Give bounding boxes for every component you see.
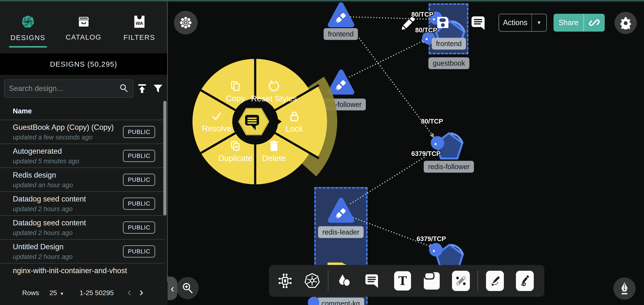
next-page-button[interactable]: ›	[140, 286, 143, 298]
check-icon	[211, 111, 222, 122]
tab-catalog[interactable]: CATALOG	[56, 3, 112, 53]
reset-icon	[268, 80, 280, 92]
tab-filters-label: FILTERS	[124, 34, 155, 42]
pen-path-tool-button[interactable]	[483, 268, 506, 294]
settings-button[interactable]	[614, 12, 637, 34]
design-list: GuestBook App (Copy) (Copy) updated a fe…	[0, 120, 168, 287]
rows-per-page-select[interactable]: 25▼	[50, 289, 64, 297]
edge-label: 80/TCP	[415, 27, 437, 34]
comment-icon	[364, 273, 380, 288]
filter-funnel-icon[interactable]	[151, 82, 165, 96]
save-floppy-icon	[436, 16, 450, 30]
caret-down-icon[interactable]: ▼	[532, 14, 546, 31]
comment-bubble-icon[interactable]	[471, 16, 486, 31]
radial-item-reset-styles[interactable]: Reset Styles	[251, 80, 297, 103]
tab-designs[interactable]: DESIGNS	[0, 3, 56, 53]
kubernetes-view-button[interactable]	[300, 268, 324, 294]
radial-item-delete[interactable]: Delete	[262, 140, 286, 163]
toolbar-divider	[477, 270, 478, 291]
zoom-in-button[interactable]	[176, 277, 199, 299]
sidebar-tabs: DESIGNS CATALOG WA	[0, 3, 167, 53]
comment-tool-button[interactable]	[360, 268, 384, 294]
copy-icon	[230, 81, 241, 92]
column-header-name: Name	[13, 107, 32, 115]
share-button[interactable]: Share	[554, 14, 605, 32]
tab-catalog-label: CATALOG	[66, 33, 101, 41]
rows-label: Rows	[22, 289, 39, 297]
edge-label: 6379/TCP	[416, 235, 446, 243]
radial-item-copy[interactable]: Copy	[226, 81, 245, 103]
kanvas-app: DESIGNS CATALOG WA	[0, 0, 644, 305]
upload-design-icon[interactable]	[135, 82, 149, 96]
prev-page-button[interactable]: ‹	[127, 286, 131, 298]
design-canvas[interactable]: frontend frontend guestbook redis-follow…	[168, 0, 644, 305]
pen-tool-button[interactable]	[613, 277, 636, 300]
radial-item-lock[interactable]: Lock	[286, 111, 303, 133]
duplicate-icon	[230, 140, 241, 152]
visibility-badge: PUBLIC	[123, 198, 155, 210]
design-mode-button[interactable]	[274, 268, 297, 294]
svg-text:WA: WA	[136, 21, 143, 26]
service-node-frontend[interactable]	[327, 1, 355, 30]
visibility-badge: PUBLIC	[123, 245, 155, 257]
visibility-badge: PUBLIC	[123, 126, 155, 138]
pencil-swirl-icon	[516, 271, 534, 291]
visibility-badge: PUBLIC	[123, 221, 155, 234]
cluster-snapshot-button[interactable]	[174, 11, 198, 35]
design-row[interactable]: Datadog seed content updated 2 hours ago…	[0, 215, 164, 239]
design-row[interactable]: Redis design updated an hour ago PUBLIC	[0, 167, 164, 191]
visibility-badge: PUBLIC	[123, 150, 155, 162]
copy-link-icon[interactable]	[584, 14, 605, 32]
toolbar-divider	[328, 270, 328, 291]
share-label: Share	[554, 14, 584, 32]
design-row[interactable]: Untitled Design updated 2 hours ago PUBL…	[0, 239, 164, 263]
tab-designs-label: DESIGNS	[10, 34, 45, 42]
search-icon	[119, 83, 128, 94]
wasm-filter-icon: WA	[134, 15, 145, 29]
page-range: 1-25 50295	[80, 289, 114, 297]
meshery-spiral-icon	[21, 15, 35, 30]
visibility-badge: PUBLIC	[123, 174, 155, 186]
relationship-tool-button[interactable]	[449, 268, 472, 294]
freehand-draw-button[interactable]	[513, 268, 536, 294]
edge-label: 80/TCP	[411, 11, 434, 18]
radial-item-resolve[interactable]: Resolve	[202, 111, 232, 133]
pen-nib-icon	[618, 282, 630, 295]
chevron-left-icon: ‹	[170, 282, 174, 295]
edge-label: 6379/TCP	[411, 150, 441, 158]
comment-kg-port	[308, 296, 320, 305]
list-scrollbar[interactable]	[163, 101, 166, 215]
node-label: redis-follower	[424, 161, 474, 173]
container-icon	[423, 271, 440, 290]
radial-context-menu	[171, 37, 340, 206]
designs-sidebar: DESIGNS CATALOG WA	[0, 0, 168, 305]
lock-icon	[288, 111, 300, 122]
sidebar-collapse-handle[interactable]: ‹	[168, 276, 177, 300]
node-label: comment-kg	[317, 298, 364, 305]
kubernetes-icon	[304, 273, 320, 289]
radial-item-duplicate[interactable]: Duplicate	[218, 140, 252, 163]
actions-label: Actions	[499, 14, 532, 31]
shapes-icon	[336, 273, 352, 289]
tab-filters[interactable]: WA FILTERS	[112, 3, 167, 53]
design-search	[4, 79, 134, 98]
text-icon: T	[394, 271, 411, 290]
design-row[interactable]: GuestBook App (Copy) (Copy) updated a fe…	[0, 120, 164, 144]
edge-redis-follower-guestbook	[349, 39, 428, 77]
actions-button[interactable]: Actions ▼	[498, 14, 547, 32]
edge-label: 80/TCP	[421, 118, 443, 125]
link-chain-icon	[452, 271, 470, 291]
pen-path-icon	[486, 271, 504, 291]
shapes-tool-button[interactable]	[332, 268, 356, 294]
search-input[interactable]	[9, 84, 119, 93]
node-label: guestbook	[428, 58, 469, 69]
caret-down-icon: ▼	[60, 291, 64, 296]
container-tool-button[interactable]	[420, 268, 443, 294]
text-tool-button[interactable]: T	[391, 268, 414, 294]
node-label: frontend	[432, 38, 466, 50]
design-row[interactable]: Datadog seed content updated 2 hours ago…	[0, 191, 164, 215]
circuit-icon	[278, 273, 292, 288]
design-row[interactable]: Autogenerated updated 5 minutes ago PUBL…	[0, 144, 164, 167]
canvas-toolbar: T	[269, 265, 544, 297]
cluster-dots-icon	[180, 17, 192, 29]
